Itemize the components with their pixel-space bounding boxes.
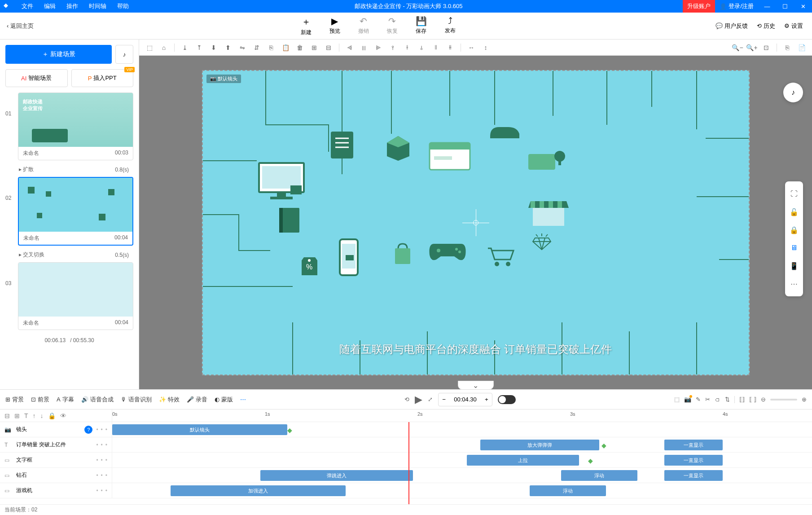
align-bottom2-tool[interactable]: ⫰: [416, 42, 427, 53]
preview-button[interactable]: ▶预览: [329, 16, 340, 36]
time-plus-button[interactable]: +: [481, 393, 492, 406]
rewind-button[interactable]: ⟲: [404, 396, 409, 403]
gamepad-icon[interactable]: [427, 239, 468, 264]
track-dots[interactable]: •••: [96, 427, 107, 433]
timeline-clip[interactable]: 浮动: [530, 485, 606, 496]
edit-tool[interactable]: ✎: [696, 396, 701, 403]
layer-up-button[interactable]: ↑: [33, 412, 36, 419]
height-tool[interactable]: ↕: [480, 42, 492, 53]
text-layer-button[interactable]: T: [24, 412, 28, 419]
timeline-track[interactable]: ▭钻石•••弹跳进入浮动一直显示: [0, 468, 812, 483]
float-music-button[interactable]: ♪: [783, 83, 803, 102]
tab-more[interactable]: ⋯: [240, 396, 246, 403]
unbracket-tool[interactable]: ⟦ ⟧: [749, 396, 756, 403]
feedback-button[interactable]: 💬用户反馈: [715, 22, 748, 30]
sort-tool[interactable]: ⇅: [725, 396, 730, 403]
timeline-clip[interactable]: 上拉: [467, 455, 579, 466]
send-back-tool[interactable]: ⬇: [208, 42, 219, 53]
tab-asr[interactable]: 🎙语音识别: [121, 396, 152, 404]
distribute-h-tool[interactable]: ⫴: [430, 42, 442, 53]
copy-tool[interactable]: ⎘: [265, 42, 277, 53]
scene-item[interactable]: 01 邮政快递企业宣传 未命名00:03: [5, 92, 133, 160]
store-icon[interactable]: [526, 192, 571, 228]
cut-tool[interactable]: ✂: [705, 396, 710, 403]
unlock-tool[interactable]: 🔒: [785, 221, 803, 239]
tab-mask[interactable]: ◐蒙版: [215, 396, 233, 404]
transition-row[interactable]: ▸ 扩散0.8(s): [5, 164, 133, 177]
track-dots[interactable]: •••: [96, 442, 107, 448]
timeline-clip[interactable]: 弹跳进入: [260, 470, 413, 481]
monitor-icon[interactable]: [257, 161, 306, 201]
timeline-track[interactable]: 📷镜头?•••默认镜头◆: [0, 422, 812, 437]
transition-row[interactable]: ▸ 交叉切换0.5(s): [5, 249, 133, 262]
distribute-v-tool[interactable]: ⫵: [444, 42, 456, 53]
timeline-clip[interactable]: 默认镜头: [112, 424, 287, 435]
keyframe-tool[interactable]: ⬚: [674, 396, 680, 403]
width-tool[interactable]: ↔: [465, 42, 477, 53]
minimize-button[interactable]: —: [758, 3, 776, 10]
align-middle-tool[interactable]: ⫲: [401, 42, 413, 53]
bracket-tool[interactable]: ⟦⟧: [739, 396, 745, 403]
tag-icon[interactable]: %: [299, 255, 320, 280]
timeline-track[interactable]: T订单销量 突破上亿件•••放大弹弹弹一直显示◆: [0, 437, 812, 453]
mobile-view-tool[interactable]: 📱: [785, 257, 803, 275]
upgrade-button[interactable]: 升级账户: [683, 0, 715, 13]
insert-ppt-button[interactable]: P插入PPTVIP: [71, 69, 134, 87]
tab-tts[interactable]: 🔊语音合成: [81, 396, 114, 404]
undo-button[interactable]: ↶撤销: [358, 16, 369, 36]
lock-layer-button[interactable]: 🔒: [48, 412, 56, 419]
paste-scene-tool[interactable]: 📄: [796, 42, 808, 53]
visibility-button[interactable]: 👁: [60, 412, 66, 419]
diamond-icon[interactable]: [531, 233, 553, 251]
delete-tool[interactable]: 🗑: [294, 42, 306, 53]
music-button[interactable]: ♪: [115, 45, 133, 64]
timeline-clip[interactable]: 一直显示: [664, 440, 723, 450]
tab-foreground[interactable]: ⊡前景: [31, 396, 49, 404]
paste-tool[interactable]: 📋: [280, 42, 291, 53]
keyframe[interactable]: ◆: [588, 457, 593, 464]
timeline-clip[interactable]: 一直显示: [664, 455, 723, 466]
copy-scene-tool[interactable]: ⎘: [781, 42, 793, 53]
align-bottom-tool[interactable]: ⤓: [179, 42, 191, 53]
tab-effect[interactable]: ✨特效: [159, 396, 180, 404]
group-tool[interactable]: ⊞: [308, 42, 320, 53]
bring-front-tool[interactable]: ⬆: [222, 42, 234, 53]
save-button[interactable]: 💾保存: [416, 16, 427, 36]
scene-item[interactable]: 03 未命名00:04: [5, 262, 133, 330]
lock-tool[interactable]: 🔓: [785, 203, 803, 221]
scene-item[interactable]: 02 未命名00:04: [5, 177, 133, 246]
zoom-out-tool[interactable]: 🔍−: [732, 42, 743, 53]
track-dots[interactable]: •••: [96, 457, 107, 463]
timeline-clip[interactable]: 浮动: [561, 470, 637, 481]
tab-background[interactable]: ⊞背景: [5, 396, 24, 404]
ungroup-tool[interactable]: ⊟: [323, 42, 334, 53]
zoom-out-timeline[interactable]: ⊖: [761, 396, 766, 403]
home-tool[interactable]: ⌂: [158, 42, 170, 53]
maximize-button[interactable]: ☐: [776, 3, 794, 10]
settings-button[interactable]: ⚙设置: [784, 22, 803, 30]
publish-button[interactable]: ⤴发布: [445, 16, 456, 36]
browser-icon[interactable]: [427, 141, 472, 172]
expand-button[interactable]: ⤢: [428, 396, 433, 403]
bag-icon[interactable]: [391, 242, 414, 266]
menu-timeline[interactable]: 时间轴: [83, 2, 112, 10]
timeline-ruler[interactable]: 0s 1s 2s 3s 4s: [112, 409, 812, 422]
track-dots[interactable]: •••: [96, 472, 107, 479]
menu-file[interactable]: 文件: [16, 2, 39, 10]
timeline-clip[interactable]: 一直显示: [664, 470, 723, 481]
smart-scene-button[interactable]: AI智能场景: [5, 69, 68, 87]
flip-h-tool[interactable]: ⇋: [237, 42, 248, 53]
new-button[interactable]: ＋新建: [301, 16, 312, 36]
filter-tool[interactable]: ⫏: [715, 396, 720, 403]
loop-toggle[interactable]: [498, 395, 516, 404]
timeline-clip[interactable]: 加强进入: [171, 485, 346, 496]
fit-tool[interactable]: ⊡: [760, 42, 772, 53]
menu-action[interactable]: 操作: [61, 2, 83, 10]
back-home-button[interactable]: ‹ 返回主页: [0, 22, 40, 30]
canvas[interactable]: 📷 默认镜头: [202, 70, 750, 375]
flip-v-tool[interactable]: ⇵: [251, 42, 263, 53]
card-pin-icon[interactable]: [526, 147, 566, 172]
collapse-all-button[interactable]: ⊞: [14, 412, 20, 419]
playhead[interactable]: [408, 422, 409, 504]
auth-button[interactable]: 👤 登录/注册: [715, 2, 758, 10]
